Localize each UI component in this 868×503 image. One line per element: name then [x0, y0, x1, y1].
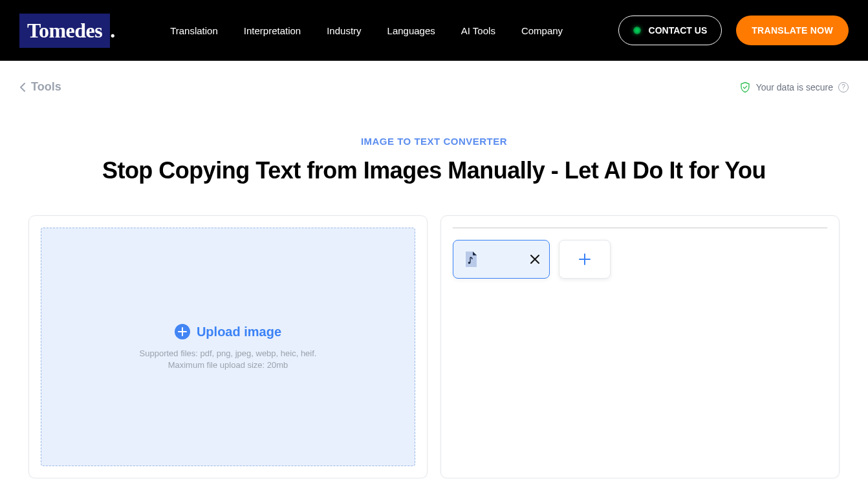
- panels: Upload image Supported files: pdf, png, …: [0, 215, 868, 478]
- hero: IMAGE TO TEXT CONVERTER Stop Copying Tex…: [0, 136, 868, 184]
- upload-label: Upload image: [197, 325, 281, 339]
- contact-us-button[interactable]: CONTACT US: [618, 16, 722, 45]
- main-nav: Translation Interpretation Industry Lang…: [170, 25, 563, 36]
- plus-circle-icon: [175, 324, 190, 339]
- plus-icon: [578, 253, 591, 266]
- sub-bar: Tools Your data is secure ?: [0, 61, 868, 100]
- music-file-icon: [462, 251, 479, 268]
- hero-headline: Stop Copying Text from Images Manually -…: [0, 157, 868, 184]
- back-to-tools[interactable]: Tools: [19, 80, 61, 94]
- upload-hint-2: Maximum file upload size: 20mb: [168, 360, 288, 370]
- translate-now-button[interactable]: TRANSLATE NOW: [736, 16, 849, 45]
- nav-industry[interactable]: Industry: [327, 25, 361, 36]
- file-tile[interactable]: [453, 240, 550, 279]
- shield-check-icon: [739, 81, 751, 93]
- upload-row: Upload image: [175, 324, 281, 339]
- contact-us-label: CONTACT US: [649, 25, 708, 36]
- nav-company[interactable]: Company: [521, 25, 563, 36]
- nav-interpretation[interactable]: Interpretation: [244, 25, 301, 36]
- divider: [453, 228, 827, 228]
- secure-label: Your data is secure: [756, 82, 833, 92]
- status-dot-icon: [633, 27, 641, 34]
- back-label: Tools: [31, 80, 61, 94]
- upload-hint-1: Supported files: pdf, png, jpeg, webp, h…: [140, 348, 317, 358]
- result-panel: [440, 215, 840, 478]
- help-icon[interactable]: ?: [838, 82, 849, 92]
- upload-dropzone[interactable]: Upload image Supported files: pdf, png, …: [41, 228, 415, 466]
- close-icon[interactable]: [530, 254, 540, 264]
- upload-panel: Upload image Supported files: pdf, png, …: [28, 215, 428, 478]
- nav-translation[interactable]: Translation: [170, 25, 218, 36]
- chevron-left-icon: [19, 82, 26, 92]
- main-header: Tomedes. Translation Interpretation Indu…: [0, 0, 868, 61]
- hero-kicker: IMAGE TO TEXT CONVERTER: [0, 136, 868, 147]
- svg-point-0: [468, 262, 471, 264]
- header-actions: CONTACT US TRANSLATE NOW: [618, 16, 849, 45]
- logo[interactable]: Tomedes.: [19, 14, 115, 48]
- logo-text: Tomedes: [27, 19, 102, 42]
- nav-languages[interactable]: Languages: [387, 25, 435, 36]
- data-secure-note: Your data is secure ?: [739, 81, 849, 93]
- add-file-button[interactable]: [559, 240, 611, 279]
- file-tiles: [453, 240, 827, 279]
- nav-ai-tools[interactable]: AI Tools: [461, 25, 495, 36]
